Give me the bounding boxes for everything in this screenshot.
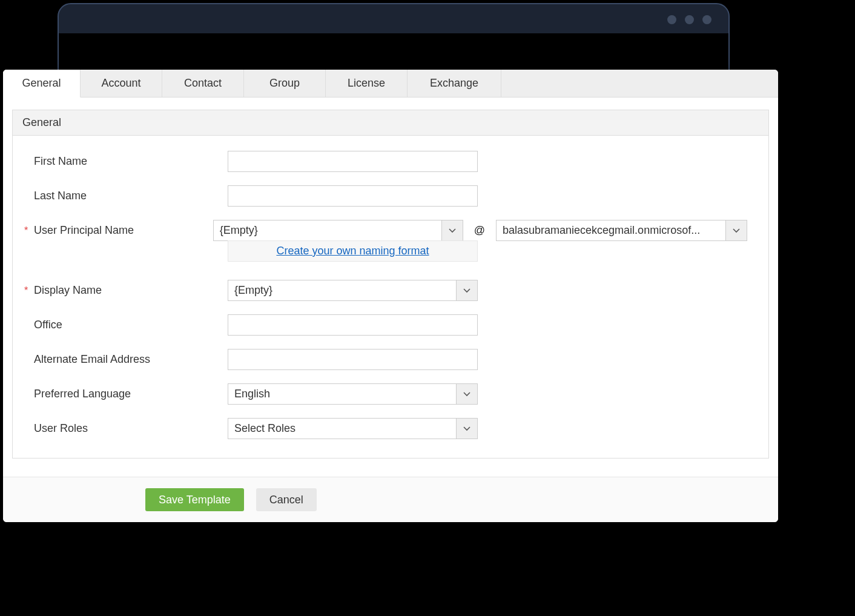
required-star: * <box>24 225 28 236</box>
alt-email-label: Alternate Email Address <box>34 353 228 366</box>
cancel-button[interactable]: Cancel <box>256 488 317 511</box>
panel-header: General <box>13 110 768 136</box>
upn-domain-combo[interactable]: balasubramaniecekcegmail.onmicrosof... <box>496 220 747 241</box>
window-control-dot[interactable] <box>667 15 676 24</box>
display-name-label: * Display Name <box>34 284 228 297</box>
pref-lang-dropdown-button[interactable] <box>456 383 478 405</box>
row-alt-email: Alternate Email Address <box>34 349 747 370</box>
user-roles-value[interactable]: Select Roles <box>228 418 456 439</box>
chevron-down-icon <box>449 228 456 233</box>
window-control-dot[interactable] <box>702 15 711 24</box>
upn-domain-dropdown-button[interactable] <box>725 220 747 241</box>
required-star: * <box>24 285 28 296</box>
general-panel: General First Name Last Name * <box>12 110 769 459</box>
alt-email-input[interactable] <box>228 349 478 370</box>
panel-body: First Name Last Name * User Principal Na… <box>13 136 768 458</box>
last-name-input[interactable] <box>228 185 478 207</box>
row-office: Office <box>34 314 747 336</box>
chevron-down-icon <box>733 228 740 233</box>
upn-label: * User Principal Name <box>34 224 213 237</box>
pref-lang-combo[interactable]: English <box>228 383 478 405</box>
browser-titlebar <box>59 4 728 35</box>
window-control-dot[interactable] <box>685 15 694 24</box>
user-roles-combo[interactable]: Select Roles <box>228 418 478 439</box>
row-upn: * User Principal Name {Empty} @ balasubr <box>34 220 747 241</box>
user-roles-label: User Roles <box>34 422 228 435</box>
tab-exchange[interactable]: Exchange <box>408 70 501 97</box>
tab-general[interactable]: General <box>3 70 81 98</box>
row-user-roles: User Roles Select Roles <box>34 418 747 439</box>
chevron-down-icon <box>463 426 470 431</box>
tab-contact[interactable]: Contact <box>162 70 244 97</box>
chevron-down-icon <box>463 392 470 397</box>
upn-value[interactable]: {Empty} <box>213 220 441 241</box>
row-pref-lang: Preferred Language English <box>34 383 747 405</box>
pref-lang-label: Preferred Language <box>34 388 228 400</box>
naming-format-link[interactable]: Create your own naming format <box>276 245 429 257</box>
save-template-button[interactable]: Save Template <box>145 488 244 511</box>
row-display-name: * Display Name {Empty} <box>34 280 747 301</box>
tab-row: General Account Contact Group License Ex… <box>3 70 778 98</box>
dialog-window: General Account Contact Group License Ex… <box>3 70 778 522</box>
tab-account[interactable]: Account <box>81 70 162 97</box>
display-name-label-text: Display Name <box>34 284 102 296</box>
naming-format-link-container: Create your own naming format <box>228 240 478 262</box>
row-first-name: First Name <box>34 151 747 172</box>
first-name-input[interactable] <box>228 151 478 172</box>
upn-dropdown-button[interactable] <box>441 220 463 241</box>
display-name-combo[interactable]: {Empty} <box>228 280 478 301</box>
row-last-name: Last Name <box>34 185 747 207</box>
office-label: Office <box>34 319 228 331</box>
user-roles-dropdown-button[interactable] <box>456 418 478 439</box>
display-name-value[interactable]: {Empty} <box>228 280 456 301</box>
footer-bar: Save Template Cancel <box>3 477 778 522</box>
upn-combo[interactable]: {Empty} <box>213 220 463 241</box>
display-name-dropdown-button[interactable] <box>456 280 478 301</box>
last-name-label: Last Name <box>34 190 228 202</box>
upn-domain-value[interactable]: balasubramaniecekcegmail.onmicrosof... <box>496 220 725 241</box>
first-name-label: First Name <box>34 155 228 168</box>
content-area: General First Name Last Name * <box>3 98 778 477</box>
at-symbol: @ <box>474 224 485 237</box>
upn-label-text: User Principal Name <box>34 224 134 236</box>
tab-license[interactable]: License <box>326 70 408 97</box>
chevron-down-icon <box>463 288 470 293</box>
row-naming-link: Create your own naming format <box>34 241 747 262</box>
tab-group[interactable]: Group <box>244 70 326 97</box>
office-input[interactable] <box>228 314 478 336</box>
pref-lang-value[interactable]: English <box>228 383 456 405</box>
